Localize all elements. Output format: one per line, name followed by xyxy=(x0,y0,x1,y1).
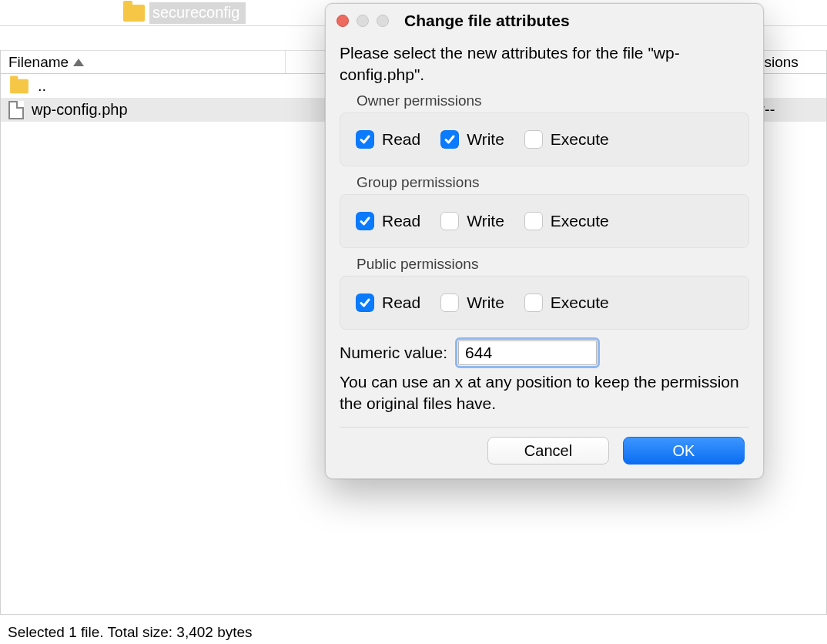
ok-button[interactable]: OK xyxy=(623,437,745,465)
owner-read-checkbox[interactable]: Read xyxy=(356,130,420,149)
numeric-value-input[interactable] xyxy=(458,340,597,365)
checkbox-label: Write xyxy=(467,130,504,149)
group-permissions-label: Group permissions xyxy=(357,174,749,191)
path-folder-chip[interactable]: secureconfig xyxy=(123,2,246,24)
owner-execute-checkbox[interactable]: Execute xyxy=(524,130,609,149)
cancel-button[interactable]: Cancel xyxy=(487,437,609,465)
public-write-checkbox[interactable]: Write xyxy=(440,293,504,312)
checkbox-label: Write xyxy=(467,293,504,312)
public-execute-checkbox[interactable]: Execute xyxy=(524,293,609,312)
public-permissions-label: Public permissions xyxy=(357,256,749,273)
group-permissions-group: Group permissions Read Write Execute xyxy=(340,174,749,248)
public-permissions-group: Public permissions Read Write Execute xyxy=(340,256,749,330)
change-attributes-dialog: Change file attributes Please select the… xyxy=(325,3,764,479)
owner-write-checkbox[interactable]: Write xyxy=(440,130,504,149)
checkbox-label: Read xyxy=(382,130,420,149)
checkbox-label: Execute xyxy=(551,130,609,149)
column-filename-label: Filename xyxy=(8,54,69,71)
column-filename[interactable]: Filename xyxy=(1,51,286,73)
group-execute-checkbox[interactable]: Execute xyxy=(524,212,609,230)
checkbox-label: Read xyxy=(382,212,420,230)
sort-ascending-icon xyxy=(73,59,84,66)
folder-icon xyxy=(10,79,28,93)
group-write-checkbox[interactable]: Write xyxy=(440,212,504,230)
owner-permissions-label: Owner permissions xyxy=(357,92,749,109)
zoom-icon xyxy=(377,15,389,27)
checkbox-label: Execute xyxy=(551,293,609,312)
numeric-hint: You can use an x at any position to keep… xyxy=(340,371,749,415)
checkbox-label: Execute xyxy=(551,212,609,230)
dialog-separator xyxy=(340,427,749,428)
dialog-title: Change file attributes xyxy=(404,12,752,30)
owner-permissions-group: Owner permissions Read Write Execute xyxy=(340,92,749,166)
file-icon xyxy=(8,101,24,119)
minimize-icon xyxy=(357,15,369,27)
dialog-titlebar: Change file attributes xyxy=(326,4,763,38)
group-read-checkbox[interactable]: Read xyxy=(356,212,420,230)
status-text: Selected 1 file. Total size: 3,402 bytes xyxy=(8,624,253,641)
close-icon[interactable] xyxy=(336,15,349,27)
folder-icon xyxy=(123,5,145,22)
list-item-label: .. xyxy=(38,77,46,95)
public-read-checkbox[interactable]: Read xyxy=(356,293,420,312)
checkbox-label: Write xyxy=(467,212,504,230)
checkbox-label: Read xyxy=(382,293,420,312)
list-item-label: wp-config.php xyxy=(32,101,128,119)
status-bar: Selected 1 file. Total size: 3,402 bytes xyxy=(0,619,827,644)
numeric-value-label: Numeric value: xyxy=(340,344,447,362)
path-folder-label: secureconfig xyxy=(149,2,246,24)
dialog-instruction: Please select the new attributes for the… xyxy=(340,42,749,86)
